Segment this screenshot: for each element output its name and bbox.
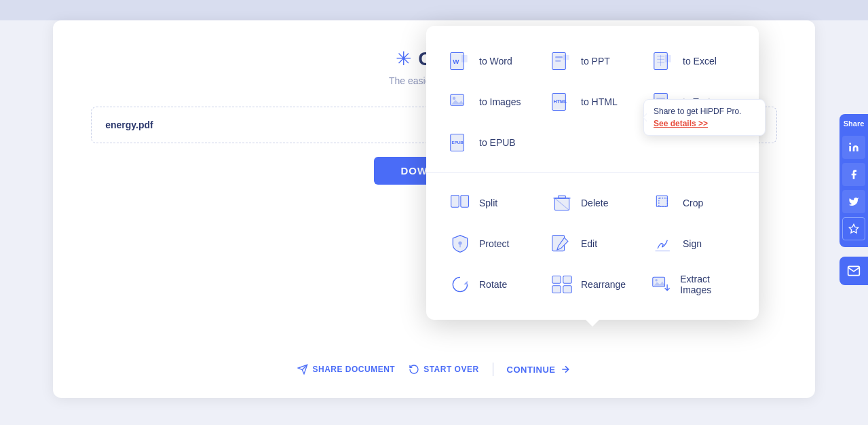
split-icon [448,191,472,215]
svg-rect-24 [461,195,469,207]
extract-images-icon [652,272,673,297]
images-icon [448,90,472,114]
bg-top [0,0,868,20]
rearrange-icon [550,272,574,297]
svg-rect-2 [461,55,468,62]
ppt-icon [550,49,574,73]
menu-item-rotate[interactable]: Rotate [440,265,542,303]
menu-item-edit[interactable]: Edit [542,225,643,263]
divider [493,363,493,376]
menu-item-label: to Word [479,56,512,67]
menu-item-label: to Excel [683,56,717,67]
menu-item-to-images[interactable]: to Images [440,83,542,121]
svg-rect-36 [552,276,561,284]
menu-item-rearrange[interactable]: Rearrange [542,265,643,303]
start-over-btn[interactable]: START OVER [409,364,478,375]
linkedin-share-btn[interactable] [842,136,865,159]
rotate-icon [448,272,472,297]
tools-section: Split Delete [426,172,759,309]
edit-icon [550,232,574,256]
svg-rect-39 [563,286,571,293]
promo-main-text: Share to get HiPDF Pro. [654,107,755,116]
menu-item-label: Rotate [479,279,507,290]
svg-rect-29 [656,196,667,206]
menu-item-to-word[interactable]: W to Word [440,42,542,80]
sign-icon [652,232,676,256]
menu-item-to-epub[interactable]: EPUB to EPUB [440,124,542,162]
share-document-btn[interactable]: SHARE DOCUMENT [297,364,395,375]
svg-rect-12 [665,55,671,62]
menu-item-label: to HTML [581,96,618,107]
html-icon: HTML [550,90,574,114]
share-title: Share [844,119,865,128]
promo-tooltip: Share to get HiPDF Pro. See details >> [643,99,766,136]
svg-point-41 [655,279,658,282]
word-icon: W [448,49,472,73]
epub-icon: EPUB [448,130,472,155]
svg-rect-5 [555,60,561,62]
svg-point-14 [453,96,455,99]
excel-icon [652,49,676,73]
protect-icon [448,232,472,256]
menu-item-to-excel[interactable]: to Excel [643,42,745,80]
star-share-btn[interactable] [842,217,865,240]
menu-item-protect[interactable]: Protect [440,225,542,263]
svg-point-43 [849,143,851,145]
twitter-share-btn[interactable] [842,190,865,213]
menu-item-label: Protect [479,238,509,249]
menu-item-to-html[interactable]: HTML to HTML [542,83,643,121]
menu-item-label: to Images [479,96,521,107]
menu-item-label: Crop [683,198,703,208]
app-logo-icon: ✳ [396,48,411,70]
menu-item-label: to PPT [581,56,610,67]
svg-rect-6 [563,55,569,60]
bottom-bar: SHARE DOCUMENT START OVER CONTINUE [53,354,815,384]
menu-item-extract-images[interactable]: Extract Images [643,265,745,303]
menu-item-label: Sign [683,238,702,249]
crop-icon [652,191,676,215]
menu-item-label: Rearrange [581,279,626,290]
delete-icon [550,191,574,215]
promo-link[interactable]: See details >> [654,119,755,128]
svg-text:EPUB: EPUB [452,140,464,145]
menu-item-label: Edit [581,238,597,249]
email-panel[interactable] [839,257,868,285]
svg-rect-37 [563,276,571,284]
menu-item-label: Delete [581,198,608,208]
dropdown-menu: Share to get HiPDF Pro. See details >> W… [426,26,759,320]
menu-item-to-ppt[interactable]: to PPT [542,42,643,80]
menu-item-split[interactable]: Split [440,184,542,222]
menu-item-label: Split [479,198,497,208]
svg-rect-4 [555,56,563,58]
svg-marker-44 [849,224,858,233]
svg-rect-38 [552,286,561,293]
tools-grid: Split Delete [440,184,745,303]
continue-btn[interactable]: CONTINUE [507,364,571,375]
svg-marker-35 [464,281,467,284]
svg-point-31 [458,241,461,244]
share-panel: Share [839,114,868,247]
svg-text:W: W [453,58,459,65]
menu-item-crop[interactable]: Crop [643,184,745,222]
svg-rect-42 [849,146,851,151]
menu-item-delete[interactable]: Delete [542,184,643,222]
menu-item-sign[interactable]: Sign [643,225,745,263]
svg-rect-23 [451,195,459,207]
menu-item-label: to EPUB [479,137,516,148]
menu-item-label: Extract Images [680,274,737,295]
facebook-share-btn[interactable] [842,163,865,186]
svg-text:HTML: HTML [554,99,567,105]
